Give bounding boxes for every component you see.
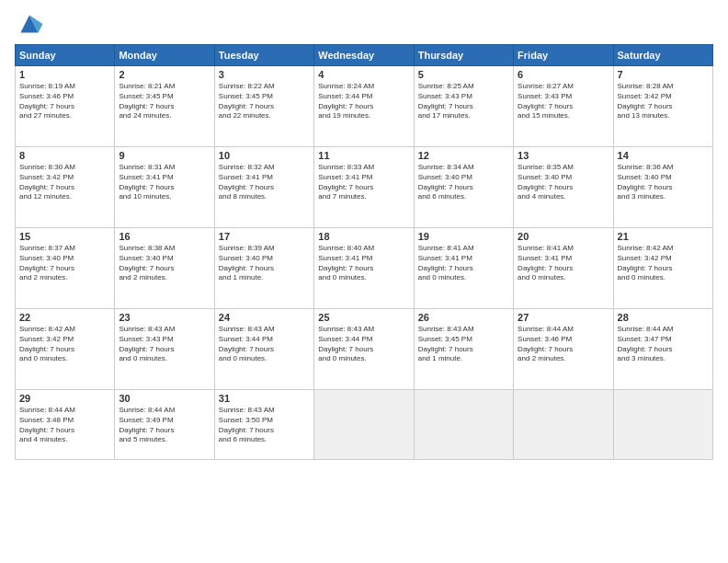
day-number: 28	[618, 312, 709, 323]
calendar-cell: 4Sunrise: 8:24 AM Sunset: 3:44 PM Daylig…	[314, 66, 414, 147]
day-info: Sunrise: 8:24 AM Sunset: 3:44 PM Dayligh…	[318, 82, 409, 121]
calendar-header-tuesday: Tuesday	[214, 45, 313, 66]
day-number: 13	[518, 150, 609, 161]
calendar-cell: 15Sunrise: 8:37 AM Sunset: 3:40 PM Dayli…	[16, 228, 115, 309]
calendar-cell: 25Sunrise: 8:43 AM Sunset: 3:44 PM Dayli…	[314, 309, 414, 390]
day-info: Sunrise: 8:35 AM Sunset: 3:40 PM Dayligh…	[518, 163, 609, 202]
logo	[15, 9, 48, 39]
day-info: Sunrise: 8:32 AM Sunset: 3:41 PM Dayligh…	[219, 163, 310, 202]
calendar-cell: 31Sunrise: 8:43 AM Sunset: 3:50 PM Dayli…	[214, 390, 313, 460]
day-number: 23	[119, 312, 210, 323]
day-number: 18	[318, 231, 409, 242]
day-number: 19	[418, 231, 509, 242]
day-number: 25	[318, 312, 409, 323]
day-info: Sunrise: 8:40 AM Sunset: 3:41 PM Dayligh…	[318, 244, 409, 283]
day-number: 20	[518, 231, 609, 242]
calendar-cell: 22Sunrise: 8:42 AM Sunset: 3:42 PM Dayli…	[16, 309, 115, 390]
calendar-cell: 20Sunrise: 8:41 AM Sunset: 3:41 PM Dayli…	[514, 228, 613, 309]
day-info: Sunrise: 8:42 AM Sunset: 3:42 PM Dayligh…	[19, 325, 110, 364]
calendar-cell	[514, 390, 613, 460]
day-info: Sunrise: 8:19 AM Sunset: 3:46 PM Dayligh…	[19, 82, 110, 121]
calendar-cell	[314, 390, 414, 460]
day-number: 21	[618, 231, 709, 242]
calendar-cell: 23Sunrise: 8:43 AM Sunset: 3:43 PM Dayli…	[115, 309, 214, 390]
calendar-cell	[414, 390, 513, 460]
day-number: 12	[418, 150, 509, 161]
day-info: Sunrise: 8:21 AM Sunset: 3:45 PM Dayligh…	[119, 82, 210, 121]
day-info: Sunrise: 8:36 AM Sunset: 3:40 PM Dayligh…	[618, 163, 709, 202]
day-number: 30	[119, 393, 210, 404]
day-number: 6	[518, 69, 609, 80]
calendar-week-5: 29Sunrise: 8:44 AM Sunset: 3:48 PM Dayli…	[16, 390, 713, 460]
calendar-cell: 27Sunrise: 8:44 AM Sunset: 3:46 PM Dayli…	[514, 309, 613, 390]
day-number: 3	[219, 69, 310, 80]
calendar-cell: 1Sunrise: 8:19 AM Sunset: 3:46 PM Daylig…	[16, 66, 115, 147]
day-info: Sunrise: 8:44 AM Sunset: 3:47 PM Dayligh…	[618, 325, 709, 364]
day-number: 17	[219, 231, 310, 242]
day-number: 9	[119, 150, 210, 161]
day-info: Sunrise: 8:38 AM Sunset: 3:40 PM Dayligh…	[119, 244, 210, 283]
day-info: Sunrise: 8:43 AM Sunset: 3:50 PM Dayligh…	[219, 406, 310, 445]
day-info: Sunrise: 8:25 AM Sunset: 3:43 PM Dayligh…	[418, 82, 509, 121]
day-number: 14	[618, 150, 709, 161]
calendar-cell: 12Sunrise: 8:34 AM Sunset: 3:40 PM Dayli…	[414, 147, 513, 228]
calendar-cell: 21Sunrise: 8:42 AM Sunset: 3:42 PM Dayli…	[613, 228, 712, 309]
calendar-header-saturday: Saturday	[613, 45, 712, 66]
calendar-cell: 14Sunrise: 8:36 AM Sunset: 3:40 PM Dayli…	[613, 147, 712, 228]
day-number: 29	[19, 393, 110, 404]
calendar-header-row: SundayMondayTuesdayWednesdayThursdayFrid…	[16, 45, 713, 66]
day-info: Sunrise: 8:43 AM Sunset: 3:45 PM Dayligh…	[418, 325, 509, 364]
day-info: Sunrise: 8:22 AM Sunset: 3:45 PM Dayligh…	[219, 82, 310, 121]
page: SundayMondayTuesdayWednesdayThursdayFrid…	[0, 0, 728, 563]
calendar-cell: 19Sunrise: 8:41 AM Sunset: 3:41 PM Dayli…	[414, 228, 513, 309]
day-info: Sunrise: 8:34 AM Sunset: 3:40 PM Dayligh…	[418, 163, 509, 202]
calendar-week-4: 22Sunrise: 8:42 AM Sunset: 3:42 PM Dayli…	[16, 309, 713, 390]
calendar-cell: 10Sunrise: 8:32 AM Sunset: 3:41 PM Dayli…	[214, 147, 313, 228]
day-info: Sunrise: 8:33 AM Sunset: 3:41 PM Dayligh…	[318, 163, 409, 202]
day-info: Sunrise: 8:44 AM Sunset: 3:48 PM Dayligh…	[19, 406, 110, 445]
calendar-week-3: 15Sunrise: 8:37 AM Sunset: 3:40 PM Dayli…	[16, 228, 713, 309]
day-number: 24	[219, 312, 310, 323]
day-number: 27	[518, 312, 609, 323]
day-info: Sunrise: 8:27 AM Sunset: 3:43 PM Dayligh…	[518, 82, 609, 121]
day-number: 2	[119, 69, 210, 80]
calendar-cell: 26Sunrise: 8:43 AM Sunset: 3:45 PM Dayli…	[414, 309, 513, 390]
calendar-header-friday: Friday	[514, 45, 613, 66]
calendar-cell: 18Sunrise: 8:40 AM Sunset: 3:41 PM Dayli…	[314, 228, 414, 309]
day-number: 7	[618, 69, 709, 80]
calendar-header-wednesday: Wednesday	[314, 45, 414, 66]
day-number: 5	[418, 69, 509, 80]
logo-icon	[15, 9, 44, 39]
calendar-week-1: 1Sunrise: 8:19 AM Sunset: 3:46 PM Daylig…	[16, 66, 713, 147]
day-info: Sunrise: 8:44 AM Sunset: 3:46 PM Dayligh…	[518, 325, 609, 364]
header	[15, 9, 713, 39]
day-number: 11	[318, 150, 409, 161]
calendar-week-2: 8Sunrise: 8:30 AM Sunset: 3:42 PM Daylig…	[16, 147, 713, 228]
day-info: Sunrise: 8:39 AM Sunset: 3:40 PM Dayligh…	[219, 244, 310, 283]
calendar-header-monday: Monday	[115, 45, 214, 66]
day-info: Sunrise: 8:43 AM Sunset: 3:43 PM Dayligh…	[119, 325, 210, 364]
day-info: Sunrise: 8:31 AM Sunset: 3:41 PM Dayligh…	[119, 163, 210, 202]
calendar-cell: 8Sunrise: 8:30 AM Sunset: 3:42 PM Daylig…	[16, 147, 115, 228]
day-info: Sunrise: 8:43 AM Sunset: 3:44 PM Dayligh…	[318, 325, 409, 364]
calendar-cell: 7Sunrise: 8:28 AM Sunset: 3:42 PM Daylig…	[613, 66, 712, 147]
calendar-cell: 24Sunrise: 8:43 AM Sunset: 3:44 PM Dayli…	[214, 309, 313, 390]
calendar-cell: 29Sunrise: 8:44 AM Sunset: 3:48 PM Dayli…	[16, 390, 115, 460]
calendar: SundayMondayTuesdayWednesdayThursdayFrid…	[15, 44, 713, 460]
calendar-cell: 9Sunrise: 8:31 AM Sunset: 3:41 PM Daylig…	[115, 147, 214, 228]
calendar-cell: 3Sunrise: 8:22 AM Sunset: 3:45 PM Daylig…	[214, 66, 313, 147]
calendar-cell: 30Sunrise: 8:44 AM Sunset: 3:49 PM Dayli…	[115, 390, 214, 460]
day-info: Sunrise: 8:41 AM Sunset: 3:41 PM Dayligh…	[418, 244, 509, 283]
day-number: 15	[19, 231, 110, 242]
day-info: Sunrise: 8:42 AM Sunset: 3:42 PM Dayligh…	[618, 244, 709, 283]
calendar-header-sunday: Sunday	[16, 45, 115, 66]
calendar-cell: 17Sunrise: 8:39 AM Sunset: 3:40 PM Dayli…	[214, 228, 313, 309]
day-info: Sunrise: 8:37 AM Sunset: 3:40 PM Dayligh…	[19, 244, 110, 283]
day-number: 26	[418, 312, 509, 323]
day-info: Sunrise: 8:44 AM Sunset: 3:49 PM Dayligh…	[119, 406, 210, 445]
day-number: 4	[318, 69, 409, 80]
calendar-cell: 5Sunrise: 8:25 AM Sunset: 3:43 PM Daylig…	[414, 66, 513, 147]
calendar-cell: 16Sunrise: 8:38 AM Sunset: 3:40 PM Dayli…	[115, 228, 214, 309]
calendar-header-thursday: Thursday	[414, 45, 513, 66]
calendar-cell: 13Sunrise: 8:35 AM Sunset: 3:40 PM Dayli…	[514, 147, 613, 228]
